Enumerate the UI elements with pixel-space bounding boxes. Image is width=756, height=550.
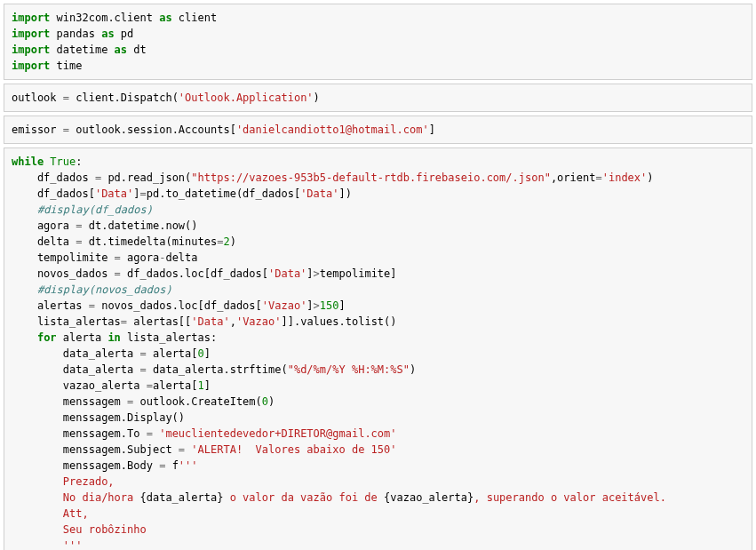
code-token: import: [12, 12, 50, 24]
code-token: [12, 283, 37, 296]
code-token: ,orient: [551, 171, 596, 184]
code-token: ]: [306, 299, 313, 312]
code-token: agora: [121, 251, 159, 264]
code-content: outlook = client.Dispatch('Outlook.Appli…: [12, 90, 744, 106]
code-token: data_alerta.strftime(: [147, 363, 288, 376]
code-token: 1: [198, 379, 204, 392]
code-token: ): [230, 235, 236, 248]
code-token: ]: [339, 299, 346, 312]
code-token: o valor da vazão foi de: [223, 491, 384, 504]
code-token: novos_dados.loc[df_dados[: [95, 299, 262, 312]
code-token: ]: [204, 347, 211, 360]
code-token: No dia/hora: [12, 491, 140, 504]
code-token: df_dados[: [12, 187, 95, 200]
code-token: =: [140, 187, 147, 200]
code-token: import: [12, 44, 50, 56]
code-token: as: [101, 28, 114, 40]
code-token: =: [115, 267, 121, 280]
code-token: 0: [198, 347, 204, 360]
code-token: outlook.CreateItem(: [133, 395, 262, 408]
code-token: =: [63, 92, 69, 104]
code-cell[interactable]: while True: df_dados = pd.read_json("htt…: [4, 147, 752, 550]
code-token: lista_alertas: [12, 315, 121, 328]
code-token: 'Data': [268, 267, 306, 280]
code-token: ): [647, 171, 653, 184]
code-token: ]: [306, 267, 313, 280]
code-token: import: [12, 28, 50, 40]
code-token: dt: [127, 44, 147, 56]
code-token: 2: [223, 235, 229, 248]
code-token: lista_alertas:: [121, 331, 217, 344]
code-token: dt.datetime.now(): [82, 219, 197, 232]
code-cell[interactable]: emissor = outlook.session.Accounts['dani…: [4, 116, 752, 144]
code-token: {data_alerta}: [140, 491, 224, 504]
code-token: Att,: [12, 507, 89, 520]
code-token: alertas: [12, 299, 89, 312]
code-token: for: [37, 331, 57, 344]
notebook-root: import win32com.client as client import …: [0, 4, 756, 550]
code-token: menssagem.To: [12, 427, 147, 440]
code-token: client: [172, 12, 218, 24]
code-token: outlook.session.Accounts[: [69, 124, 236, 136]
code-token: "https://vazoes-953b5-default-rtdb.fireb…: [191, 171, 551, 184]
code-token: tempolimite: [12, 251, 115, 264]
code-token: alerta[: [153, 379, 198, 392]
code-token: ): [268, 395, 275, 408]
code-token: :: [76, 155, 82, 168]
code-token: {vazao_alerta}: [384, 491, 473, 504]
code-token: =: [63, 124, 69, 136]
code-token: emissor: [12, 124, 63, 136]
code-token: as: [159, 12, 171, 24]
code-cell[interactable]: import win32com.client as client import …: [4, 4, 752, 80]
code-token: ,: [230, 315, 236, 328]
code-token: df_dados: [12, 171, 95, 184]
code-token: time: [50, 60, 82, 72]
code-token: df_dados.loc[df_dados[: [121, 267, 268, 280]
code-token: [12, 331, 37, 344]
code-token: delta: [165, 251, 197, 264]
code-token: [12, 203, 37, 216]
code-token: delta: [12, 235, 76, 248]
code-token: ''': [12, 539, 82, 550]
code-token: =: [140, 347, 147, 360]
code-token: ]: [429, 124, 435, 136]
code-token: =: [115, 251, 121, 264]
code-token: 0: [262, 395, 268, 408]
code-cell[interactable]: outlook = client.Dispatch('Outlook.Appli…: [4, 84, 752, 112]
code-token: "%d/%m/%Y %H:%M:%S": [288, 363, 410, 376]
code-token: 'ALERTA! Valores abaixo de 150': [191, 443, 396, 456]
code-token: 150: [320, 299, 339, 312]
code-token: =: [179, 443, 185, 456]
code-token: datetime: [50, 44, 114, 56]
code-token: pd.to_datetime(df_dados[: [147, 187, 300, 200]
code-token: data_alerta: [12, 347, 140, 360]
code-token: ''': [179, 459, 198, 472]
code-token: menssagem.Subject: [12, 443, 179, 456]
code-token: win32com.client: [50, 12, 159, 24]
code-token: , superando o valor aceitável.: [473, 491, 666, 504]
code-token: #display(novos_dados): [37, 283, 172, 296]
code-token: Seu robôzinho: [12, 523, 147, 536]
code-token: menssagem.Body: [12, 459, 159, 472]
code-token: as: [115, 44, 127, 56]
code-token: >: [314, 299, 320, 312]
code-token: agora: [12, 219, 76, 232]
code-token: pd: [115, 28, 134, 40]
code-token: =: [147, 379, 153, 392]
code-token: dt.timedelta(minutes: [82, 235, 217, 248]
code-token: ): [314, 92, 320, 104]
code-token: pd.read_json(: [101, 171, 191, 184]
code-token: True: [50, 155, 76, 168]
code-token: >: [314, 267, 320, 280]
code-token: outlook: [12, 92, 63, 104]
code-token: ]): [339, 187, 352, 200]
code-token: client.Dispatch(: [69, 92, 179, 104]
code-token: 'Data': [191, 315, 229, 328]
code-token: tempolimite]: [320, 267, 397, 280]
code-token: menssagem.Display(): [12, 411, 185, 424]
code-content: emissor = outlook.session.Accounts['dani…: [12, 122, 744, 138]
code-token: novos_dados: [12, 267, 115, 280]
code-token: Prezado,: [12, 475, 115, 488]
code-token: alerta[: [147, 347, 198, 360]
code-token: ): [410, 363, 416, 376]
